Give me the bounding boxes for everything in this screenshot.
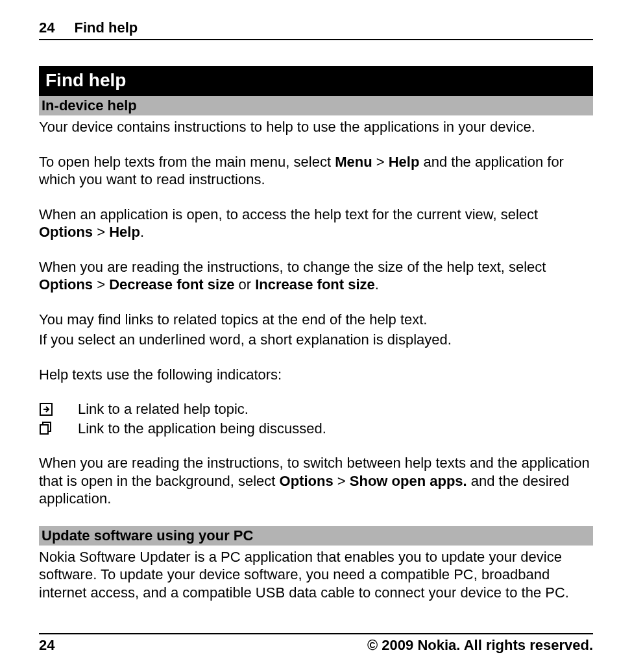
footer-page-number: 24 [39,637,55,654]
ui-path-help: Help [109,224,140,240]
header-page-number: 24 [39,19,55,36]
body-text: Your device contains instructions to hel… [39,118,593,508]
link-topic-icon [39,402,78,416]
indicator-label: Link to the application being discussed. [78,420,326,438]
paragraph: Nokia Software Updater is a PC applicati… [39,548,593,602]
page-header: 24 Find help [39,19,593,40]
chapter-title-bar: Find help [39,66,593,96]
paragraph: Your device contains instructions to hel… [39,118,593,136]
ui-path-decrease-font: Decrease font size [109,276,234,293]
section-heading-in-device-help: In-device help [39,96,593,115]
ui-path-increase-font: Increase font size [255,276,375,293]
indicator-row: Link to a related help topic. [39,400,593,418]
indicator-row: Link to the application being discussed. [39,420,593,438]
section-heading-update-software: Update software using your PC [39,526,593,546]
paragraph: To open help texts from the main menu, s… [39,153,593,189]
body-text: Nokia Software Updater is a PC applicati… [39,548,593,602]
ui-path-options: Options [39,276,93,293]
section-title: Update software using your PC [42,527,253,544]
paragraph: When you are reading the instructions, t… [39,454,593,508]
paragraph: If you select an underlined word, a shor… [39,331,593,349]
footer-copyright: © 2009 Nokia. All rights reserved. [367,637,593,654]
ui-path-menu: Menu [335,154,372,170]
svg-rect-2 [40,425,48,434]
paragraph: You may find links to related topics at … [39,311,593,329]
ui-path-options: Options [39,224,93,240]
paragraph: Help texts use the following indicators: [39,366,593,384]
link-application-icon [39,421,78,435]
page-footer: 24 © 2009 Nokia. All rights reserved. [39,633,593,654]
section-title: In-device help [42,97,137,114]
paragraph: When an application is open, to access t… [39,206,593,241]
indicator-label: Link to a related help topic. [78,400,249,418]
ui-path-help: Help [389,154,420,170]
ui-path-options: Options [280,473,334,489]
header-section-title: Find help [74,19,138,36]
paragraph: When you are reading the instructions, t… [39,258,593,294]
chapter-title: Find help [45,70,126,90]
document-page: 24 Find help Find help In-device help Yo… [0,0,619,672]
ui-path-show-open-apps: Show open apps. [350,473,467,489]
